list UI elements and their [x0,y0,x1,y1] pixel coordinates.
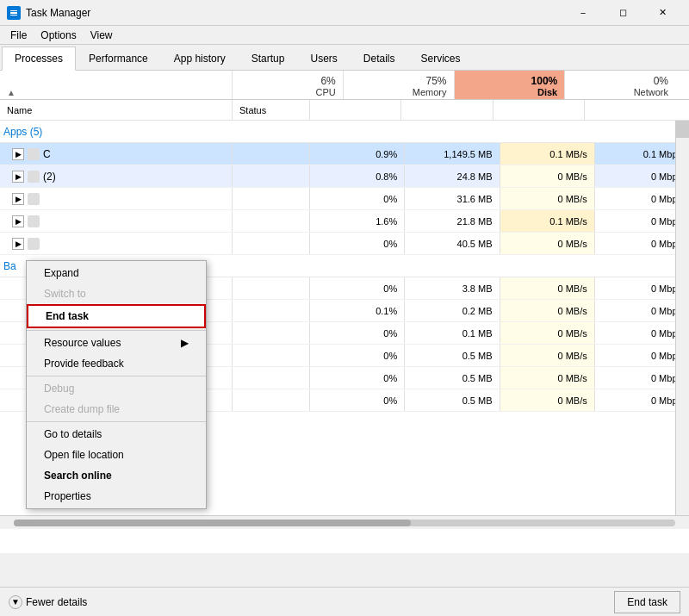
menu-view[interactable]: View [84,28,120,43]
ctx-create-dump: Create dump file [27,399,206,420]
proc-icon [28,215,40,227]
proc-name-cell: ▶ [0,188,233,209]
svg-rect-2 [10,15,17,16]
ctx-separator-1 [27,330,206,331]
proc-name-cell: ▶ C [0,143,233,165]
tab-performance[interactable]: Performance [76,47,161,70]
proc-icon [28,148,40,160]
proc-name-cell: ▶ [0,233,233,254]
proc-disk: 0 MB/s [500,188,595,209]
proc-cpu: 0% [310,277,405,299]
expand-button[interactable]: ▶ [12,148,24,160]
app-icon [7,6,21,20]
col-label-network [585,100,675,120]
table-row[interactable]: ▶ 0% 31.6 MB 0 MB/s 0 Mbps [0,188,689,210]
column-header-labels: Name Status [0,100,689,121]
proc-memory: 0.5 MB [405,345,500,366]
proc-name-cell: ▶ (2) [0,165,233,187]
proc-disk: 0.1 MB/s [500,210,595,232]
col-label-disk [493,100,585,120]
ctx-switch-to: Switch to [27,283,206,304]
proc-cpu: 0% [310,188,405,209]
close-button[interactable]: ✕ [642,0,682,26]
window-title: Task Manager [26,7,563,19]
proc-cpu: 1.6% [310,210,405,232]
proc-status [233,300,310,321]
ctx-search-online[interactable]: Search online [27,465,206,486]
proc-disk: 0 MB/s [500,345,595,366]
vertical-scrollbar[interactable] [675,121,689,515]
col-label-status: Status [233,100,310,120]
expand-button[interactable]: ▶ [12,193,24,205]
proc-status [233,165,310,187]
window-controls: − ◻ ✕ [563,0,682,26]
tab-app-history[interactable]: App history [161,47,239,70]
table-row[interactable]: ▶ 0% 40.5 MB 0 MB/s 0 Mbps [0,233,689,255]
proc-status [233,188,310,209]
ctx-separator-2 [27,376,206,376]
maximize-button[interactable]: ◻ [603,0,642,26]
proc-cpu: 0.8% [310,165,405,187]
proc-memory: 3.8 MB [405,277,500,299]
end-task-button[interactable]: End task [614,591,680,613]
menu-file[interactable]: File [3,28,34,43]
expand-button[interactable]: ▶ [12,238,24,250]
table-row[interactable]: ▶ (2) 0.8% 24.8 MB 0 MB/s 0 Mbps [0,165,689,188]
proc-disk: 0 MB/s [500,233,595,254]
table-row[interactable]: ▶ C 0.9% 1,149.5 MB 0.1 MB/s 0.1 Mbps [0,143,689,165]
proc-status [233,143,310,165]
proc-icon [28,171,40,183]
horizontal-scrollbar[interactable] [0,515,689,529]
ctx-expand[interactable]: Expand [27,263,206,283]
col-header-memory[interactable]: 75% Memory [344,71,455,99]
ctx-properties[interactable]: Properties [27,486,206,507]
tab-services[interactable]: Services [408,47,474,70]
tab-bar: Processes Performance App history Startu… [0,45,689,71]
fewer-details-button[interactable]: ▼ Fewer details [9,595,87,609]
svg-rect-1 [10,12,17,14]
proc-disk: 0 MB/s [500,367,595,389]
menu-bar: File Options View [0,26,689,45]
proc-memory: 0.5 MB [405,389,500,411]
ctx-resource-values[interactable]: Resource values ▶ [27,333,206,353]
proc-name-cell: ▶ [0,210,233,232]
col-header-network[interactable]: 0% Network [565,71,675,99]
proc-cpu: 0% [310,345,405,366]
minimize-button[interactable]: − [563,0,603,26]
tab-processes[interactable]: Processes [2,47,76,71]
sort-arrow-icon: ▲ [7,88,16,97]
tab-users[interactable]: Users [297,47,350,70]
bottom-bar: ▼ Fewer details End task [0,587,689,616]
context-menu: Expand Switch to End task Resource value… [26,260,207,509]
proc-memory: 0.1 MB [405,322,500,344]
svg-rect-3 [10,10,17,11]
col-header-cpu[interactable]: 6% CPU [233,71,344,99]
proc-status [233,389,310,411]
table-row[interactable]: ▶ 1.6% 21.8 MB 0.1 MB/s 0 Mbps [0,210,689,233]
ctx-end-task[interactable]: End task [27,304,206,328]
proc-memory: 1,149.5 MB [405,143,500,165]
proc-cpu: 0.9% [310,143,405,165]
menu-options[interactable]: Options [34,28,83,43]
proc-cpu: 0.1% [310,300,405,321]
proc-name: C [43,148,51,160]
ctx-provide-feedback[interactable]: Provide feedback [27,353,206,374]
ctx-open-file-location[interactable]: Open file location [27,445,206,465]
col-header-disk[interactable]: 100% Disk [455,71,566,99]
expand-button[interactable]: ▶ [12,215,24,227]
scroll-thumb[interactable] [14,520,411,526]
proc-icon [28,193,40,205]
proc-cpu: 0% [310,233,405,254]
expand-button[interactable]: ▶ [12,171,24,183]
chevron-down-icon: ▼ [9,595,22,609]
proc-cpu: 0% [310,389,405,411]
tab-details[interactable]: Details [351,47,408,70]
tab-startup[interactable]: Startup [239,47,298,70]
proc-status [233,322,310,344]
main-content: ▲ 6% CPU 75% Memory 100% Disk 0% Network… [0,71,689,553]
submenu-arrow-icon: ▶ [181,337,189,349]
col-label-memory [401,100,493,120]
scroll-track[interactable] [14,520,675,526]
ctx-go-to-details[interactable]: Go to details [27,424,206,445]
proc-status [233,345,310,366]
